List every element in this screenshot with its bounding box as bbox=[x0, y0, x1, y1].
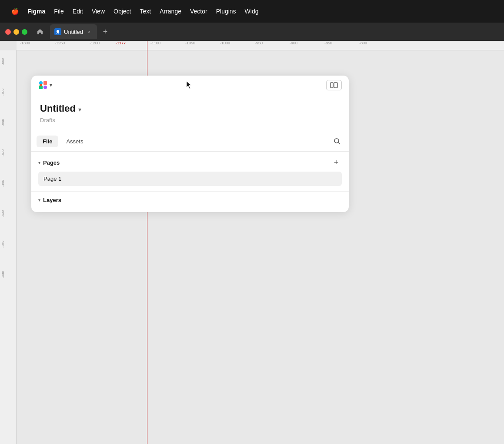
panel-toolbar: ▾ bbox=[31, 76, 349, 94]
tab-figma-icon bbox=[54, 28, 61, 35]
ruler-tick-900: -900 bbox=[290, 41, 297, 45]
panel-subtitle: Drafts bbox=[40, 117, 55, 123]
arrange-menu[interactable]: Arrange bbox=[155, 6, 186, 17]
traffic-light-close[interactable] bbox=[5, 29, 11, 35]
layout-toggle-button[interactable] bbox=[326, 80, 342, 90]
ruler-tick-1177: -1177 bbox=[116, 41, 126, 45]
layers-section: ▾ Layers bbox=[31, 192, 349, 212]
tab-close-button[interactable]: × bbox=[86, 28, 93, 35]
pages-section-header[interactable]: ▾ Pages bbox=[38, 159, 60, 166]
svg-rect-1 bbox=[43, 81, 47, 85]
ruler-tick-850: -850 bbox=[324, 41, 332, 45]
plugins-menu[interactable]: Plugins bbox=[212, 6, 240, 17]
svg-rect-3 bbox=[43, 86, 47, 89]
tab-file[interactable]: File bbox=[37, 136, 58, 147]
svg-point-4 bbox=[40, 84, 42, 86]
svg-line-8 bbox=[338, 142, 340, 144]
horizontal-ruler: -1300 -1250 -1200 -1177 -1100 -1050 -100… bbox=[17, 41, 504, 50]
panel-header: Untitled ▾ Drafts bbox=[31, 94, 349, 131]
menu-bar: 🍎 Figma File Edit View Object Text Arran… bbox=[0, 0, 504, 23]
traffic-light-minimize[interactable] bbox=[13, 29, 19, 35]
layout-icon bbox=[330, 82, 338, 88]
layers-section-header[interactable]: ▾ Layers bbox=[38, 197, 61, 203]
ruler-vtick-550: -550 bbox=[1, 119, 5, 126]
layers-section-title: Layers bbox=[43, 197, 61, 203]
figma-menu[interactable]: Figma bbox=[23, 6, 50, 17]
panel-tabs: File Assets bbox=[31, 131, 349, 152]
svg-rect-5 bbox=[330, 83, 333, 88]
ruler-vtick-350: -350 bbox=[1, 241, 5, 248]
ruler-vtick-450: -450 bbox=[1, 180, 5, 187]
search-icon bbox=[334, 138, 340, 145]
ruler-tick-800: -800 bbox=[359, 41, 367, 45]
layers-chevron-icon: ▾ bbox=[38, 198, 40, 202]
ruler-tick-1300: -1300 bbox=[20, 41, 30, 45]
figma-logo-button[interactable]: ▾ bbox=[38, 80, 52, 90]
vector-menu[interactable]: Vector bbox=[186, 6, 212, 17]
widg-menu[interactable]: Widg bbox=[240, 6, 263, 17]
ruler-tick-950: -950 bbox=[255, 41, 263, 45]
tab-untitled[interactable]: Untitled × bbox=[50, 24, 97, 39]
apple-menu[interactable]: 🍎 bbox=[7, 6, 23, 17]
ruler-vtick-600: -600 bbox=[1, 89, 5, 96]
ruler-vtick-650: -650 bbox=[1, 58, 5, 65]
ruler-tick-1050: -1050 bbox=[185, 41, 195, 45]
ruler-vtick-300: -300 bbox=[1, 271, 5, 278]
tab-bar: Untitled × + bbox=[0, 23, 504, 41]
ruler-vtick-500: -500 bbox=[1, 149, 5, 156]
vertical-ruler: -650 -600 -550 -500 -450 -400 -350 -300 bbox=[0, 50, 17, 444]
panel-container: ▾ Untitled ▾ bbox=[31, 76, 349, 212]
ruler-tick-1100: -1100 bbox=[150, 41, 160, 45]
ruler-vtick-400: -400 bbox=[1, 210, 5, 217]
panel-title: Untitled bbox=[40, 103, 76, 114]
object-menu[interactable]: Object bbox=[109, 6, 135, 17]
traffic-light-maximize[interactable] bbox=[22, 29, 27, 35]
edit-menu[interactable]: Edit bbox=[68, 6, 87, 17]
ruler-tick-1000: -1000 bbox=[220, 41, 230, 45]
figma-logo-icon bbox=[38, 80, 48, 90]
ruler-tick-1200: -1200 bbox=[90, 41, 100, 45]
tab-assets[interactable]: Assets bbox=[60, 136, 89, 147]
search-button[interactable] bbox=[330, 135, 344, 148]
text-menu[interactable]: Text bbox=[135, 6, 155, 17]
file-menu[interactable]: File bbox=[50, 6, 68, 17]
view-menu[interactable]: View bbox=[87, 6, 109, 17]
panel-title-dropdown[interactable]: ▾ bbox=[78, 106, 81, 113]
pages-section-title: Pages bbox=[43, 159, 60, 166]
new-tab-button[interactable]: + bbox=[99, 25, 112, 38]
tab-label: Untitled bbox=[64, 29, 83, 35]
pages-section: ▾ Pages + Page 1 bbox=[31, 152, 349, 192]
add-page-button[interactable]: + bbox=[330, 157, 342, 168]
tab-home-button[interactable] bbox=[32, 23, 48, 40]
svg-rect-6 bbox=[334, 83, 337, 88]
cursor-tool-icon bbox=[186, 80, 193, 90]
pages-chevron-icon: ▾ bbox=[38, 160, 40, 165]
page-item-1[interactable]: Page 1 bbox=[38, 172, 342, 186]
ruler-tick-1250: -1250 bbox=[55, 41, 65, 45]
